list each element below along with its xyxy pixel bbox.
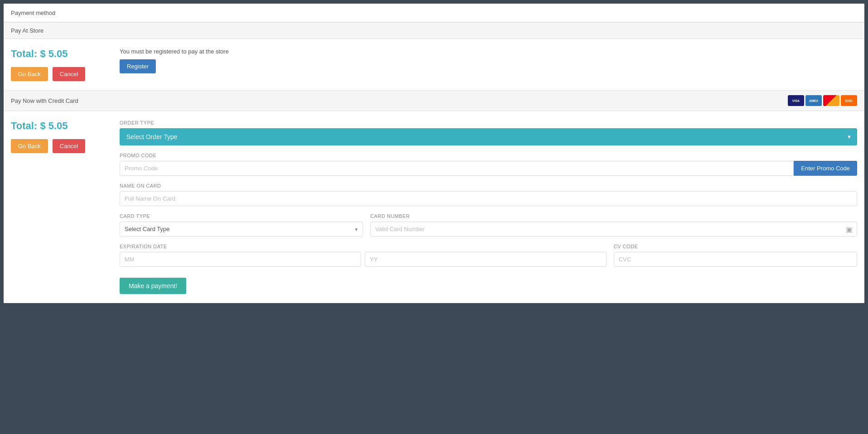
promo-code-button[interactable]: Enter Promo Code (794, 161, 857, 176)
pay-button[interactable]: Make a payment! (120, 278, 186, 294)
section2-left: Total: $ 5.05 Go Back Cancel (11, 120, 101, 294)
promo-code-label: PROMO CODE (120, 153, 857, 158)
card-number-icon: ▣ (846, 225, 853, 233)
order-type-group: ORDER TYPE Select Order Type (120, 120, 857, 145)
section1-body: Total: $ 5.05 Go Back Cancel You must be… (4, 39, 864, 90)
cvc-input[interactable] (614, 252, 857, 267)
expiry-mm-input[interactable] (120, 252, 361, 267)
section1-cancel-button[interactable]: Cancel (53, 67, 85, 81)
register-note: You must be registered to pay at the sto… (120, 48, 857, 55)
register-button[interactable]: Register (120, 59, 156, 73)
section1-goback-button[interactable]: Go Back (11, 67, 48, 81)
order-type-select[interactable]: Select Order Type (120, 128, 857, 145)
section2-goback-button[interactable]: Go Back (11, 139, 48, 153)
order-type-label: ORDER TYPE (120, 120, 857, 125)
promo-code-input[interactable] (120, 161, 794, 176)
card-number-wrapper: ▣ (370, 222, 857, 236)
card-type-label: CARD TYPE (120, 213, 363, 219)
name-on-card-group: NAME ON CARD (120, 183, 857, 206)
expiry-inputs (120, 252, 607, 267)
expiry-group: EXPIRATION DATE (120, 244, 607, 267)
mastercard-icon (823, 95, 839, 106)
card-type-select[interactable]: Select Card Type (120, 222, 363, 236)
name-on-card-input[interactable] (120, 191, 857, 206)
section-pay-credit-card: Pay Now with Credit Card VISA AMEX DISC … (4, 90, 864, 303)
cv-code-label: CV CODE (614, 244, 857, 249)
section2-header: Pay Now with Credit Card VISA AMEX DISC (4, 91, 864, 111)
section2-header-label: Pay Now with Credit Card (11, 97, 78, 104)
card-number-label: CARD NUMBER (370, 213, 857, 219)
section-pay-at-store: Pay At Store Total: $ 5.05 Go Back Cance… (4, 22, 864, 90)
page-title: Payment method (11, 10, 55, 16)
name-on-card-label: NAME ON CARD (120, 183, 857, 188)
discover-icon: DISC (841, 95, 857, 106)
card-icons: VISA AMEX DISC (788, 95, 857, 106)
visa-icon: VISA (788, 95, 804, 106)
order-type-select-wrapper: Select Order Type (120, 128, 857, 145)
promo-row: Enter Promo Code (120, 161, 857, 176)
cv-code-group: CV CODE (614, 244, 857, 267)
page-wrapper: Payment method Pay At Store Total: $ 5.0… (0, 0, 868, 434)
card-type-select-wrapper: Select Card Type (120, 222, 363, 236)
card-type-group: CARD TYPE Select Card Type (120, 213, 363, 236)
section2-actions: Go Back Cancel (11, 139, 101, 153)
amex-icon: AMEX (805, 95, 822, 106)
section1-header-label: Pay At Store (11, 27, 43, 34)
section1-left: Total: $ 5.05 Go Back Cancel (11, 48, 101, 81)
section2-cancel-button[interactable]: Cancel (53, 139, 85, 153)
expiry-label: EXPIRATION DATE (120, 244, 607, 249)
card-number-group: CARD NUMBER ▣ (370, 213, 857, 236)
page-header: Payment method (4, 4, 864, 22)
promo-code-group: PROMO CODE Enter Promo Code (120, 153, 857, 176)
section1-right: You must be registered to pay at the sto… (120, 48, 857, 73)
card-type-number-row: CARD TYPE Select Card Type CARD NUMBER (120, 213, 857, 244)
expiry-cv-row: EXPIRATION DATE CV CODE (120, 244, 857, 274)
main-container: Payment method Pay At Store Total: $ 5.0… (4, 4, 864, 303)
section1-actions: Go Back Cancel (11, 67, 101, 81)
section1-total: Total: $ 5.05 (11, 48, 101, 60)
section2-body: Total: $ 5.05 Go Back Cancel ORDER TYPE (4, 111, 864, 303)
section1-header: Pay At Store (4, 23, 864, 39)
section2-right: ORDER TYPE Select Order Type PROMO CODE (120, 120, 857, 294)
section2-total: Total: $ 5.05 (11, 120, 101, 132)
card-number-input[interactable] (370, 222, 857, 236)
expiry-yy-input[interactable] (365, 252, 606, 267)
